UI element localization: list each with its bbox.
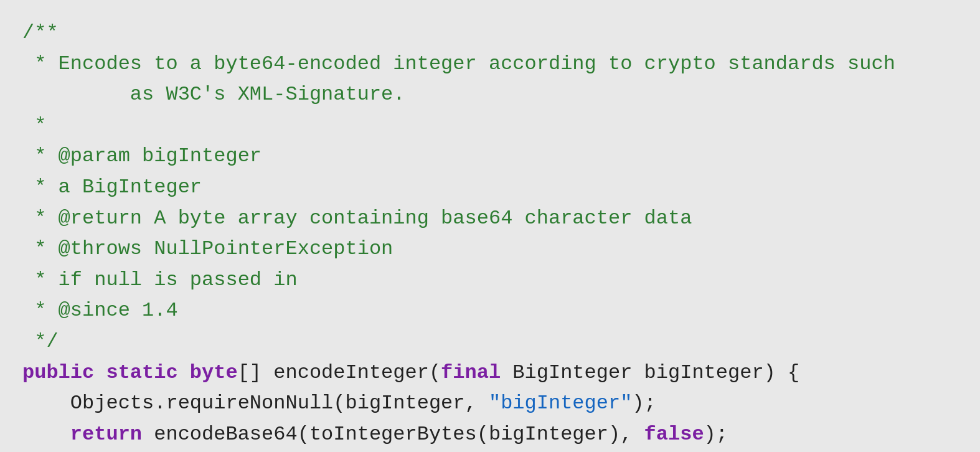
line-13: Objects.requireNonNull(bigInteger, "bigI…	[22, 388, 958, 419]
line-6: * a BigInteger	[22, 172, 958, 203]
line-3: as W3C's XML-Signature.	[22, 79, 958, 110]
line-5: * @param bigInteger	[22, 141, 958, 172]
line-14: return encodeBase64(toIntegerBytes(bigIn…	[22, 419, 958, 450]
line-12: public static byte[] encodeInteger(final…	[22, 357, 958, 388]
line-2: * Encodes to a byte64-encoded integer ac…	[22, 49, 958, 80]
line-9: * if null is passed in	[22, 265, 958, 296]
code-viewer: /** * Encodes to a byte64-encoded intege…	[0, 0, 980, 452]
line-4: *	[22, 110, 958, 141]
line-7: * @return A byte array containing base64…	[22, 203, 958, 234]
line-11: */	[22, 326, 958, 357]
line-10: * @since 1.4	[22, 295, 958, 326]
line-8: * @throws NullPointerException	[22, 233, 958, 265]
line-15: }	[22, 450, 958, 452]
line-1: /**	[22, 17, 958, 49]
